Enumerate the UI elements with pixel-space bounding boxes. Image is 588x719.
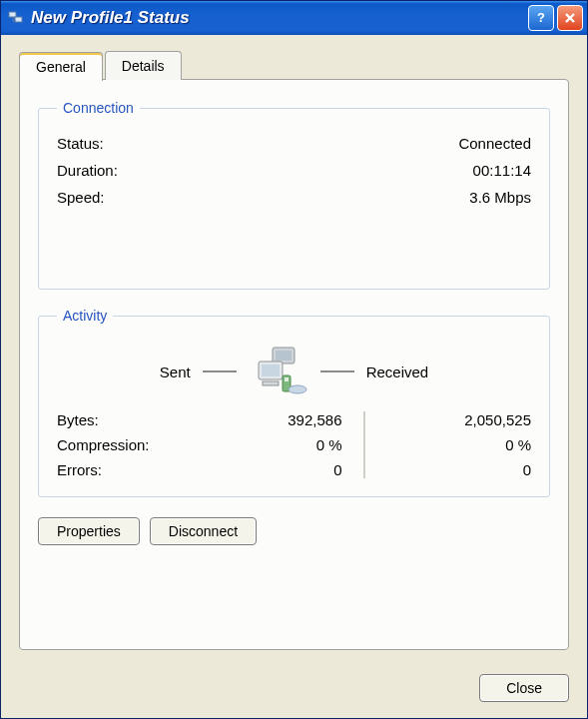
compression-sent: 0 %	[197, 436, 354, 453]
client-area: General Details Connection Status: Conne…	[1, 35, 587, 664]
vertical-divider	[363, 411, 365, 478]
tab-general[interactable]: General	[19, 52, 103, 81]
connection-group: Connection Status: Connected Duration: 0…	[38, 100, 550, 290]
status-window: New Profile1 Status ? General Details Co…	[0, 0, 588, 719]
sent-header: Sent	[160, 363, 191, 380]
speed-label: Speed:	[57, 189, 105, 206]
divider-line	[203, 370, 237, 372]
status-value: Connected	[458, 135, 531, 152]
errors-sent: 0	[197, 461, 354, 478]
properties-button[interactable]: Properties	[38, 517, 140, 545]
svg-rect-8	[276, 351, 292, 360]
status-label: Status:	[57, 135, 104, 152]
dialog-footer: Close	[1, 664, 587, 718]
svg-rect-13	[285, 377, 289, 381]
received-header: Received	[366, 363, 429, 380]
close-button[interactable]: Close	[479, 674, 569, 702]
duration-label: Duration:	[57, 162, 118, 179]
network-computers-icon	[249, 346, 308, 397]
tab-panel: Connection Status: Connected Duration: 0…	[19, 79, 569, 650]
activity-legend: Activity	[57, 308, 113, 324]
svg-rect-0	[9, 12, 16, 17]
svg-text:?: ?	[537, 11, 545, 25]
panel-buttons: Properties Disconnect	[38, 517, 550, 545]
divider-line	[320, 370, 354, 372]
window-title: New Profile1 Status	[31, 8, 525, 28]
bytes-received: 2,050,525	[374, 411, 532, 428]
tab-strip: General Details	[19, 51, 569, 80]
errors-received: 0	[374, 461, 532, 478]
connection-legend: Connection	[57, 100, 140, 116]
disconnect-button[interactable]: Disconnect	[150, 517, 257, 545]
compression-label: Compression:	[57, 436, 197, 453]
svg-rect-11	[263, 381, 279, 385]
svg-rect-1	[15, 17, 22, 22]
bytes-label: Bytes:	[57, 411, 197, 428]
tab-details[interactable]: Details	[105, 51, 182, 80]
close-window-button[interactable]	[557, 5, 583, 31]
connection-icon	[7, 9, 25, 27]
speed-value: 3.6 Mbps	[469, 189, 531, 206]
bytes-sent: 392,586	[197, 411, 354, 428]
activity-group: Activity Sent	[38, 308, 550, 497]
titlebar: New Profile1 Status ?	[1, 1, 587, 35]
activity-table: Bytes: 392,586 2,050,525 Compression: 0 …	[57, 411, 531, 478]
svg-point-14	[289, 385, 306, 393]
duration-value: 00:11:14	[473, 162, 531, 179]
compression-received: 0 %	[374, 436, 532, 453]
svg-rect-10	[262, 364, 280, 376]
help-button[interactable]: ?	[528, 5, 554, 31]
errors-label: Errors:	[57, 461, 197, 478]
